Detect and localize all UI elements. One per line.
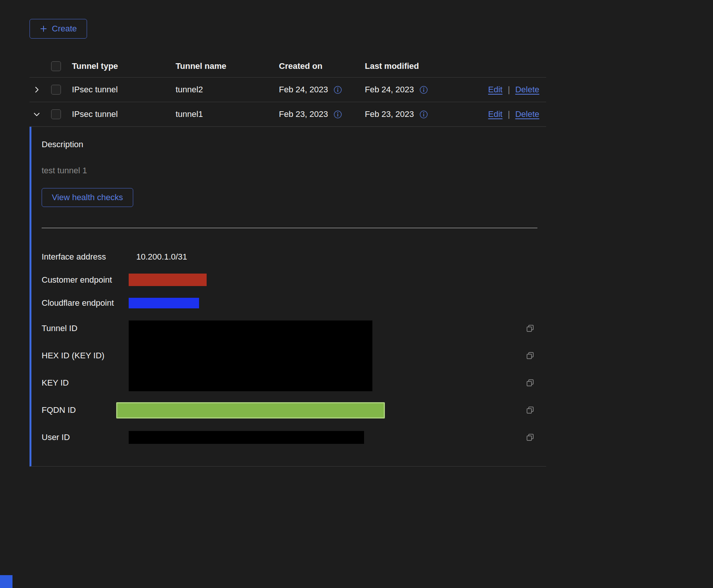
actions-cell: Edit | Delete <box>488 85 546 95</box>
last-modified-value: Feb 23, 2023 <box>365 109 414 119</box>
key-id-label: KEY ID <box>42 378 129 388</box>
delete-link[interactable]: Delete <box>515 85 539 95</box>
tunnel-hex-key-redacted-value <box>129 320 372 391</box>
select-all-checkbox[interactable] <box>51 61 61 71</box>
tunnels-page: Create Tunnel type Tunnel name Created o… <box>30 19 546 467</box>
view-health-checks-label: View health checks <box>52 193 123 202</box>
action-separator: | <box>508 85 510 95</box>
info-icon[interactable] <box>419 86 428 94</box>
actions-cell: Edit | Delete <box>488 109 546 119</box>
user-id-redacted-value <box>129 431 364 444</box>
collapse-chevron-down-icon[interactable] <box>33 110 41 118</box>
description-label: Description <box>42 140 546 149</box>
chevron-cell <box>30 86 51 94</box>
tunnel-name-cell: tunnel2 <box>176 85 279 95</box>
table-row-tunnel1: IPsec tunnel tunnel1 Feb 23, 2023 Feb 23… <box>30 102 546 127</box>
header-tunnel-type: Tunnel type <box>72 61 176 71</box>
table-header-row: Tunnel type Tunnel name Created on Last … <box>30 55 546 78</box>
customer-endpoint-label: Customer endpoint <box>42 275 129 285</box>
fqdn-id-redacted-value <box>116 402 385 418</box>
info-icon[interactable] <box>419 110 428 119</box>
created-on-value: Feb 24, 2023 <box>279 85 328 95</box>
view-health-checks-button[interactable]: View health checks <box>42 188 133 207</box>
header-checkbox-cell <box>51 61 72 71</box>
user-id-label: User ID <box>42 432 129 442</box>
tunnel-id-label: Tunnel ID <box>42 324 129 333</box>
fqdn-id-label: FQDN ID <box>42 405 129 415</box>
row-checkbox[interactable] <box>51 85 61 95</box>
expand-chevron-right-icon[interactable] <box>33 86 41 94</box>
interface-address-label: Interface address <box>42 252 129 262</box>
created-on-cell: Feb 24, 2023 <box>279 85 365 95</box>
tunnel-name-cell: tunnel1 <box>176 109 279 119</box>
section-divider <box>42 228 537 228</box>
description-value: test tunnel 1 <box>42 166 546 175</box>
edit-link[interactable]: Edit <box>488 109 503 119</box>
header-last-modified: Last modified <box>365 61 539 71</box>
cloudflare-endpoint-label: Cloudflare endpoint <box>42 298 129 308</box>
hex-id-label: HEX ID (KEY ID) <box>42 351 129 361</box>
create-button[interactable]: Create <box>30 19 87 39</box>
info-icon[interactable] <box>333 86 342 94</box>
last-modified-cell: Feb 23, 2023 <box>365 109 488 119</box>
bottom-left-blue-artifact <box>0 575 12 588</box>
chevron-cell <box>30 110 51 118</box>
cloudflare-endpoint-redacted-value <box>129 298 199 308</box>
info-icon[interactable] <box>333 110 342 119</box>
header-created-on: Created on <box>279 61 365 71</box>
interface-address-value: 10.200.1.0/31 <box>129 252 526 262</box>
copy-icon[interactable] <box>526 324 534 333</box>
customer-endpoint-redacted-value <box>129 274 207 286</box>
copy-icon[interactable] <box>526 352 534 360</box>
tunnel-detail-panel: Description test tunnel 1 View health ch… <box>30 127 546 467</box>
action-separator: | <box>508 109 510 119</box>
copy-icon[interactable] <box>526 379 534 387</box>
delete-link[interactable]: Delete <box>515 109 539 119</box>
tunnels-table: Tunnel type Tunnel name Created on Last … <box>30 55 546 467</box>
copy-icon[interactable] <box>526 433 534 442</box>
last-modified-cell: Feb 24, 2023 <box>365 85 488 95</box>
checkbox-cell <box>51 109 72 119</box>
created-on-value: Feb 23, 2023 <box>279 109 328 119</box>
created-on-cell: Feb 23, 2023 <box>279 109 365 119</box>
create-button-label: Create <box>52 24 77 34</box>
last-modified-value: Feb 24, 2023 <box>365 85 414 95</box>
row-checkbox[interactable] <box>51 109 61 119</box>
detail-fields: Interface address 10.200.1.0/31 Customer… <box>42 245 546 451</box>
tunnel-type-cell: IPsec tunnel <box>72 109 176 119</box>
plus-icon <box>40 25 47 33</box>
header-tunnel-name: Tunnel name <box>176 61 279 71</box>
edit-link[interactable]: Edit <box>488 85 503 95</box>
checkbox-cell <box>51 85 72 95</box>
tunnel-type-cell: IPsec tunnel <box>72 85 176 95</box>
table-row-tunnel2: IPsec tunnel tunnel2 Feb 24, 2023 Feb 24… <box>30 78 546 102</box>
copy-icon[interactable] <box>526 406 534 414</box>
